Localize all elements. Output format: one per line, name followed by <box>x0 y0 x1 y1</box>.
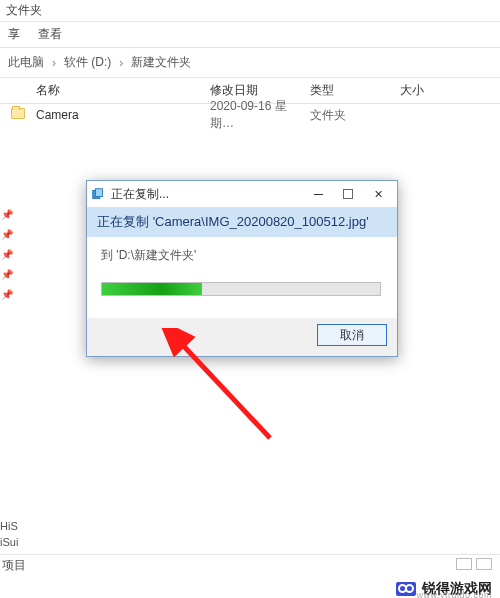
column-type[interactable]: 类型 <box>310 82 380 99</box>
breadcrumb-folder[interactable]: 新建文件夹 <box>131 54 191 71</box>
pin-icon: 📌 <box>0 244 14 264</box>
dialog-titlebar[interactable]: 正在复制... <box>87 181 397 207</box>
view-large-icon[interactable] <box>476 558 492 570</box>
pin-icon: 📌 <box>0 284 14 304</box>
status-bar: 项目 <box>0 554 500 576</box>
pin-icon: 📌 <box>0 204 14 224</box>
dialog-banner: 正在复制 'Camera\IMG_20200820_100512.jpg' <box>87 207 397 237</box>
gamepad-icon <box>396 582 416 596</box>
chevron-right-icon <box>117 56 125 70</box>
column-size[interactable]: 大小 <box>380 82 500 99</box>
dialog-destination: 到 'D:\新建文件夹' <box>101 247 383 264</box>
item-name: Camera <box>36 108 210 122</box>
view-mode-icons <box>456 558 492 570</box>
quick-access-pins: 📌 📌 📌 📌 📌 <box>0 204 14 304</box>
copy-dialog: 正在复制... 正在复制 'Camera\IMG_20200820_100512… <box>86 180 398 357</box>
progress-fill <box>102 283 202 295</box>
column-date[interactable]: 修改日期 <box>210 82 310 99</box>
pin-icon: 📌 <box>0 224 14 244</box>
ribbon-tab-share[interactable]: 享 <box>8 26 20 43</box>
item-date: 2020-09-16 星期… <box>210 98 310 132</box>
address-bar[interactable]: 此电脑 软件 (D:) 新建文件夹 <box>0 48 500 78</box>
window-title: 文件夹 <box>6 2 42 19</box>
view-details-icon[interactable] <box>456 558 472 570</box>
column-name[interactable]: 名称 <box>0 82 210 99</box>
status-text: 项目 <box>2 557 26 574</box>
window-titlebar: 文件夹 <box>0 0 500 22</box>
dialog-title: 正在复制... <box>111 186 303 203</box>
ribbon-tab-view[interactable]: 查看 <box>38 26 62 43</box>
close-button[interactable] <box>363 184 393 204</box>
sidebar-item[interactable]: iSui <box>0 534 18 550</box>
breadcrumb-root[interactable]: 此电脑 <box>8 54 44 71</box>
chevron-right-icon <box>50 56 58 70</box>
minimize-button[interactable] <box>303 184 333 204</box>
dialog-footer: 取消 <box>87 318 397 356</box>
ribbon-tabs: 享 查看 <box>0 22 500 48</box>
breadcrumb-drive[interactable]: 软件 (D:) <box>64 54 111 71</box>
progress-bar <box>101 282 381 296</box>
sidebar-fragment: HiS iSui <box>0 518 18 550</box>
svg-rect-1 <box>95 189 102 197</box>
pin-icon: 📌 <box>0 264 14 284</box>
dialog-body: 到 'D:\新建文件夹' <box>87 237 397 318</box>
copy-icon <box>91 187 105 201</box>
list-item[interactable]: Camera 2020-09-16 星期… 文件夹 <box>0 104 500 126</box>
folder-icon <box>0 108 36 122</box>
cancel-button[interactable]: 取消 <box>317 324 387 346</box>
sidebar-item[interactable]: HiS <box>0 518 18 534</box>
item-type: 文件夹 <box>310 107 380 124</box>
maximize-button[interactable] <box>333 184 363 204</box>
watermark-url: www.ytruido.com <box>416 590 492 598</box>
